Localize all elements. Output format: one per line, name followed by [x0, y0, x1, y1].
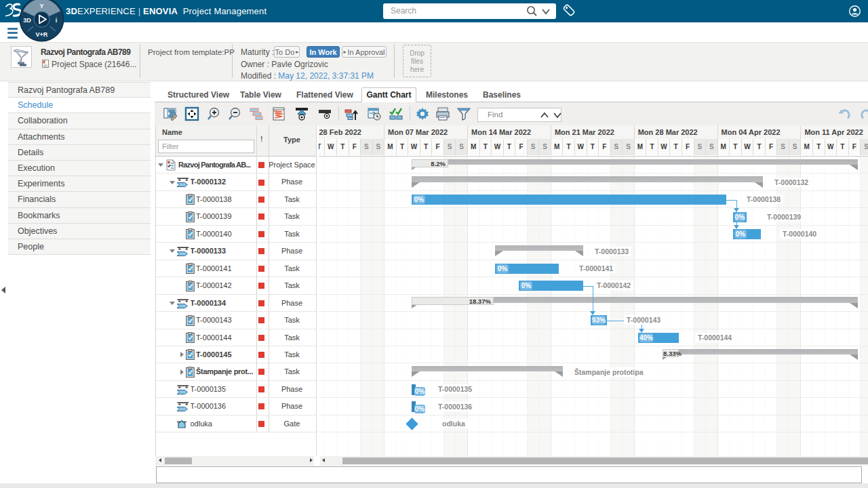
svg-text:i: i: [56, 17, 58, 24]
svg-text:3D: 3D: [23, 17, 31, 24]
svg-text:Y: Y: [39, 3, 43, 9]
svg-text:V+R: V+R: [36, 31, 48, 38]
